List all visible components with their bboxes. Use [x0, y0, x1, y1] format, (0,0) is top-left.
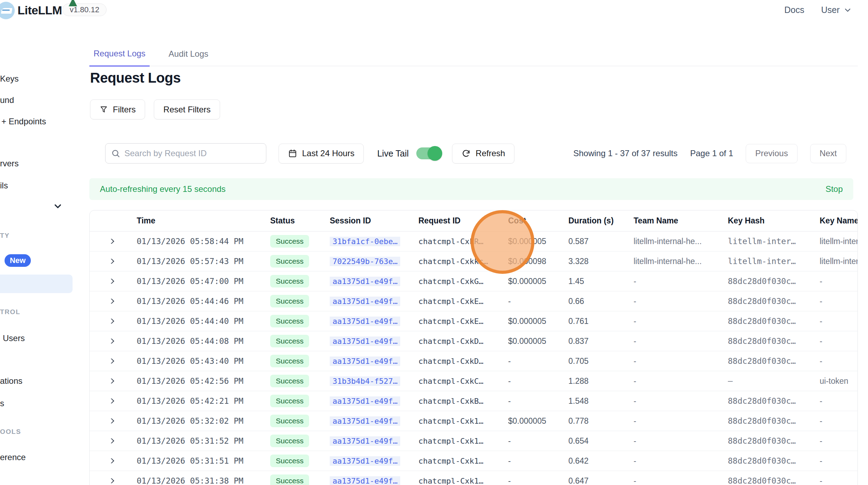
key-name-cell: -	[820, 297, 858, 306]
request-id-cell: chatcmpl-CxkE…	[418, 317, 508, 326]
sidebar-item[interactable]: ils	[0, 181, 8, 190]
sidebar-nav: Keysund+ EndpointsrversilsTYNewTROLUsers…	[0, 21, 76, 485]
tab-request-logs[interactable]: Request Logs	[89, 49, 150, 67]
status-badge: Success	[270, 335, 309, 347]
docs-link[interactable]: Docs	[784, 5, 804, 15]
session-id-link[interactable]: aa1375d1-e49f…	[330, 356, 400, 366]
column-header: Duration (s)	[568, 216, 634, 226]
duration-cell: 1.288	[568, 376, 634, 386]
duration-cell: 3.328	[568, 257, 634, 266]
key-name-cell: -	[820, 317, 858, 326]
duration-cell: 0.837	[568, 337, 634, 346]
time-cell: 01/13/2026 05:31:38 PM	[137, 476, 270, 485]
expand-row-chevron-icon[interactable]	[107, 458, 114, 463]
sidebar-item[interactable]: s	[0, 399, 4, 408]
cost-cell: -	[508, 456, 568, 466]
expand-row-chevron-icon[interactable]	[107, 478, 114, 483]
refresh-button[interactable]: Refresh	[452, 144, 514, 164]
next-page-button[interactable]: Next	[810, 144, 846, 163]
table-row: 01/13/2026 05:58:44 PM Success 31bfa1cf-…	[90, 231, 857, 251]
request-id-cell: chatcmpl-Cxk1…	[418, 437, 508, 445]
expand-row-chevron-icon[interactable]	[107, 418, 114, 423]
team-name-cell: -	[634, 337, 728, 346]
session-id-link[interactable]: aa1375d1-e49f…	[330, 436, 400, 446]
sidebar-item[interactable]: erence	[0, 452, 26, 462]
status-badge: Success	[270, 435, 309, 447]
expand-row-chevron-icon[interactable]	[107, 339, 114, 344]
christmas-tree-icon	[69, 0, 77, 6]
sidebar-item[interactable]: und	[0, 95, 14, 105]
table-header-row: TimeStatusSession IDRequest IDCostDurati…	[90, 210, 857, 231]
expand-row-chevron-icon[interactable]	[107, 239, 114, 244]
session-id-link[interactable]: aa1375d1-e49f…	[330, 396, 400, 406]
funnel-icon	[100, 105, 108, 114]
session-id-link[interactable]: aa1375d1-e49f…	[330, 416, 400, 426]
team-name-cell: -	[634, 297, 728, 306]
team-name-cell: -	[634, 436, 728, 446]
team-name-cell: -	[634, 356, 728, 366]
session-id-link[interactable]: aa1375d1-e49f…	[330, 337, 400, 346]
key-name-cell: -	[820, 396, 858, 406]
cost-cell: $0.000098	[508, 257, 568, 266]
session-id-link[interactable]: 31bfa1cf-0ebe…	[330, 237, 400, 246]
table-row: 01/13/2026 05:44:46 PM Success aa1375d1-…	[90, 291, 857, 311]
topbar: LiteLLM v1.80.12 Docs User	[0, 0, 868, 21]
expand-row-chevron-icon[interactable]	[107, 299, 114, 304]
expand-row-chevron-icon[interactable]	[107, 438, 114, 443]
sidebar-item-selected[interactable]	[0, 275, 73, 293]
expand-row-chevron-icon[interactable]	[107, 279, 114, 284]
tab-audit-logs[interactable]: Audit Logs	[164, 49, 212, 66]
session-id-link[interactable]: aa1375d1-e49f…	[330, 476, 400, 485]
chevron-down-icon	[843, 6, 852, 15]
search-input[interactable]	[124, 148, 260, 158]
time-cell: 01/13/2026 05:47:00 PM	[137, 277, 270, 286]
previous-page-button[interactable]: Previous	[746, 144, 797, 163]
team-name-cell: -	[634, 277, 728, 286]
stop-auto-refresh-button[interactable]: Stop	[826, 184, 843, 194]
duration-cell: 0.647	[568, 476, 634, 485]
expand-row-chevron-icon[interactable]	[107, 319, 114, 324]
sidebar-section-header: TROL	[0, 308, 20, 316]
key-hash-cell: 88dc28d0f030c…	[728, 317, 820, 326]
sidebar-item[interactable]: ations	[0, 376, 22, 386]
expand-row-chevron-icon[interactable]	[107, 379, 114, 383]
session-id-link[interactable]: aa1375d1-e49f…	[330, 456, 400, 466]
team-name-cell: litellm-internal-he...	[634, 257, 728, 266]
key-hash-cell: 88dc28d0f030c…	[728, 277, 820, 286]
sidebar-item[interactable]: rvers	[0, 159, 19, 168]
key-name-cell: -	[820, 476, 858, 485]
key-hash-cell: 88dc28d0f030c…	[728, 456, 820, 465]
user-menu[interactable]: User	[821, 5, 852, 15]
key-name-cell: -	[820, 356, 858, 366]
table-row: 01/13/2026 05:44:40 PM Success aa1375d1-…	[90, 311, 857, 331]
request-id-cell: chatcmpl-CxkD…	[418, 337, 508, 346]
live-tail-toggle[interactable]	[416, 147, 442, 159]
time-cell: 01/13/2026 05:42:21 PM	[137, 396, 270, 406]
key-hash-cell: 88dc28d0f030c…	[728, 337, 820, 346]
status-badge: Success	[270, 375, 309, 387]
sidebar-item[interactable]: Users	[3, 333, 25, 343]
expand-row-chevron-icon[interactable]	[107, 359, 114, 363]
session-id-link[interactable]: aa1375d1-e49f…	[330, 317, 400, 326]
time-range-button[interactable]: Last 24 Hours	[279, 144, 364, 164]
table-row: 01/13/2026 05:57:43 PM Success 7022549b-…	[90, 251, 857, 271]
session-id-link[interactable]: 31b3b4b4-f527…	[330, 376, 400, 386]
expand-row-chevron-icon[interactable]	[107, 399, 114, 403]
chevron-down-icon[interactable]	[53, 201, 63, 212]
key-hash-cell: –	[728, 376, 820, 386]
expand-row-chevron-icon[interactable]	[107, 259, 114, 264]
request-id-cell: chatcmpl-CxkR…	[418, 237, 508, 246]
reset-filters-button-label: Reset Filters	[163, 105, 211, 115]
table-row: 01/13/2026 05:31:52 PM Success aa1375d1-…	[90, 431, 857, 451]
sidebar-item[interactable]: + Endpoints	[1, 117, 46, 126]
column-header: Status	[270, 216, 330, 226]
session-id-link[interactable]: aa1375d1-e49f…	[330, 277, 400, 286]
session-id-link[interactable]: 7022549b-763e…	[330, 257, 400, 266]
time-cell: 01/13/2026 05:58:44 PM	[137, 237, 270, 246]
session-id-link[interactable]: aa1375d1-e49f…	[330, 297, 400, 306]
main-content: Request Logs Audit Logs Request Logs Fil…	[89, 0, 858, 485]
litellm-logo-icon	[0, 2, 15, 19]
filters-button[interactable]: Filters	[90, 99, 145, 119]
reset-filters-button[interactable]: Reset Filters	[154, 99, 220, 119]
sidebar-item[interactable]: Keys	[0, 74, 19, 84]
